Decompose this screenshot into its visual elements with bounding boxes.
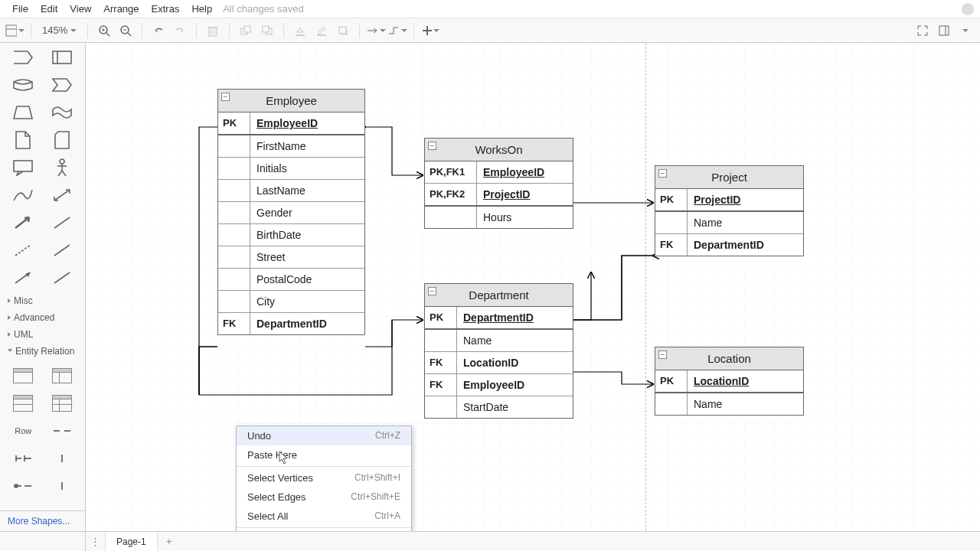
entity-workson[interactable]: −WorksOn PK,FK1EmployeeID PK,FK2ProjectI…: [424, 138, 573, 229]
ctx-select-edges[interactable]: Select EdgesCtrl+Shift+E: [237, 487, 411, 507]
svg-rect-17: [296, 34, 305, 36]
entity-department[interactable]: −Department PKDepartmentID Name FKLocati…: [424, 283, 573, 419]
shape-wave[interactable]: [45, 101, 80, 124]
shape-bidir-arrow[interactable]: [45, 184, 80, 207]
pages-menu-icon[interactable]: ⋮: [86, 532, 106, 551]
collapse-icon[interactable]: −: [658, 169, 667, 178]
er-conn-oneline2[interactable]: [45, 474, 80, 497]
basic-shapes-palette: [0, 43, 85, 292]
er-conn-one[interactable]: [6, 447, 41, 470]
shape-line[interactable]: [45, 239, 80, 262]
er-shape-table3[interactable]: [6, 392, 41, 415]
connection-style-icon[interactable]: [366, 21, 386, 41]
ctx-undo[interactable]: UndoCtrl+Z: [237, 426, 411, 445]
delete-icon[interactable]: [203, 21, 223, 41]
context-menu: UndoCtrl+Z Paste Here Select VerticesCtr…: [236, 425, 412, 531]
menu-extras[interactable]: Extras: [145, 1, 186, 17]
entity-project[interactable]: −Project PKProjectID Name FKDepartmentID: [655, 165, 804, 256]
svg-line-7: [128, 33, 131, 36]
cursor-icon: [279, 451, 289, 465]
collapse-icon[interactable]: −: [428, 287, 436, 295]
entity-location[interactable]: −Location PKLocationID Name: [655, 347, 804, 416]
ctx-select-vertices[interactable]: Select VerticesCtrl+Shift+I: [237, 468, 411, 487]
er-shape-table4[interactable]: [45, 392, 80, 415]
sidebar-cat-uml[interactable]: UML: [0, 326, 85, 343]
add-page-button[interactable]: +: [158, 532, 181, 551]
er-shape-table2[interactable]: [45, 364, 80, 387]
svg-rect-0: [6, 25, 17, 36]
undo-icon[interactable]: [149, 21, 168, 41]
svg-line-33: [54, 190, 70, 201]
fullscreen-icon[interactable]: [913, 21, 933, 41]
collapse-icon[interactable]: −: [221, 93, 230, 101]
ctx-paste-here[interactable]: Paste Here: [237, 445, 411, 465]
svg-rect-18: [317, 34, 326, 36]
to-back-icon[interactable]: [257, 21, 277, 41]
er-row-label[interactable]: Row: [6, 419, 41, 442]
view-dropdown[interactable]: [5, 21, 24, 41]
svg-line-34: [15, 217, 29, 228]
entity-header[interactable]: −Employee: [218, 90, 364, 112]
shape-card[interactable]: [45, 129, 80, 152]
format-panel-icon[interactable]: [934, 21, 954, 41]
canvas-area[interactable]: −Employee PKEmployeeID FirstName Initial…: [86, 43, 980, 531]
save-status: All changes saved: [223, 3, 304, 15]
svg-point-28: [60, 159, 64, 164]
er-conn-oneline[interactable]: [45, 447, 80, 470]
svg-line-3: [106, 33, 109, 36]
shape-cylinder[interactable]: [6, 73, 41, 96]
collapse-icon[interactable]: −: [428, 142, 436, 150]
shape-curve[interactable]: [6, 184, 41, 207]
shape-document[interactable]: [6, 129, 41, 152]
waypoint-style-icon[interactable]: [387, 21, 407, 41]
shadow-icon[interactable]: [333, 21, 353, 41]
shape-rect-left[interactable]: [45, 46, 80, 69]
er-conn-zero[interactable]: [6, 474, 41, 497]
shape-arrow-solid[interactable]: [6, 266, 41, 289]
sidebar-cat-advanced[interactable]: Advanced: [0, 309, 85, 326]
zoom-select[interactable]: 145%: [38, 24, 81, 36]
entity-header[interactable]: −WorksOn: [425, 139, 573, 161]
menu-file[interactable]: File: [6, 1, 34, 17]
collapse-icon[interactable]: [956, 21, 975, 41]
menu-view[interactable]: View: [64, 1, 97, 17]
collapse-icon[interactable]: −: [658, 350, 667, 359]
shape-line2[interactable]: [45, 266, 80, 289]
shape-arrow-right[interactable]: [45, 73, 80, 96]
shape-callout[interactable]: [6, 156, 41, 179]
zoom-in-icon[interactable]: [94, 21, 114, 41]
svg-line-36: [15, 245, 31, 256]
entity-header[interactable]: −Department: [425, 284, 573, 307]
sidebar-cat-misc[interactable]: Misc: [0, 292, 85, 309]
zoom-out-icon[interactable]: [116, 21, 136, 41]
shape-line-thin[interactable]: [45, 211, 80, 234]
page-tab-1[interactable]: Page-1: [106, 532, 158, 551]
shape-half-rect[interactable]: [6, 46, 41, 69]
menu-arrange[interactable]: Arrange: [97, 1, 145, 17]
svg-rect-9: [209, 28, 217, 36]
ctx-select-all[interactable]: Select AllCtrl+A: [237, 507, 411, 526]
svg-line-37: [54, 245, 70, 256]
shape-dashed-line[interactable]: [6, 239, 41, 262]
redo-icon[interactable]: [170, 21, 190, 41]
entity-header[interactable]: −Location: [655, 347, 803, 370]
er-conn-many[interactable]: [45, 419, 80, 442]
to-front-icon[interactable]: [236, 21, 256, 41]
shape-trapezoid[interactable]: [6, 101, 41, 124]
language-icon[interactable]: [962, 3, 974, 15]
shape-actor[interactable]: [45, 156, 80, 179]
line-color-icon[interactable]: [312, 21, 332, 41]
fill-color-icon[interactable]: [290, 21, 310, 41]
svg-rect-27: [14, 161, 32, 171]
sidebar-cat-er[interactable]: Entity Relation: [0, 343, 85, 360]
shape-arrow-bold[interactable]: [6, 211, 41, 234]
ctx-clear-default-style[interactable]: Clear Default StyleCtrl+Shift+R: [237, 530, 411, 531]
er-shape-table1[interactable]: [6, 364, 41, 387]
menu-help[interactable]: Help: [185, 1, 218, 17]
entity-employee[interactable]: −Employee PKEmployeeID FirstName Initial…: [217, 89, 365, 335]
entity-header[interactable]: −Project: [655, 166, 803, 189]
more-shapes-link[interactable]: More Shapes...: [0, 510, 85, 531]
svg-line-32: [62, 171, 66, 176]
menu-edit[interactable]: Edit: [34, 1, 64, 17]
insert-icon[interactable]: [420, 21, 440, 41]
